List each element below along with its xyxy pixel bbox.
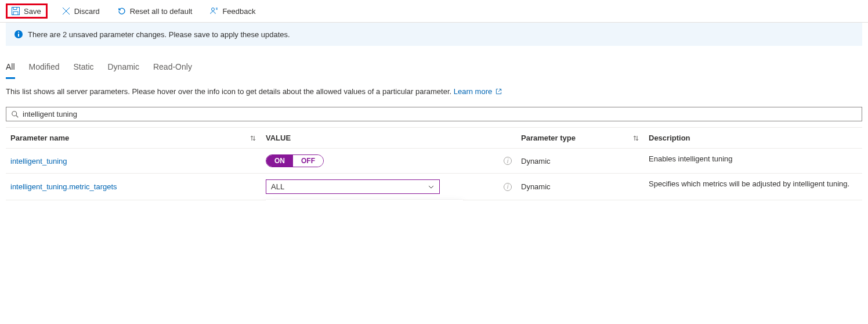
filter-tabs: All Modified Static Dynamic Read-Only	[0, 59, 868, 79]
table-row: intelligent_tuning ON OFF i Dynamic Enab…	[6, 149, 862, 174]
info-icon	[14, 30, 23, 39]
col-header-value: VALUE	[261, 128, 516, 148]
save-label: Save	[24, 7, 41, 16]
close-icon	[62, 6, 71, 16]
sort-icon	[632, 135, 639, 142]
learn-more-link[interactable]: Learn more	[454, 87, 502, 96]
description-text: This list shows all server parameters. P…	[6, 87, 454, 96]
save-button[interactable]: Save	[6, 3, 48, 19]
feedback-button[interactable]: Feedback	[206, 4, 259, 18]
tab-modified[interactable]: Modified	[29, 59, 60, 79]
param-type: Dynamic	[516, 149, 644, 173]
table-row: intelligent_tuning.metric_targets ALL i …	[6, 174, 862, 200]
description-line: This list shows all server parameters. P…	[0, 79, 868, 107]
toggle-on: ON	[266, 155, 293, 167]
param-desc: Specifies which metrics will be adjusted…	[644, 174, 862, 200]
info-icon[interactable]: i	[504, 183, 512, 191]
dropdown-select[interactable]: ALL	[266, 179, 440, 194]
reset-button[interactable]: Reset all to default	[114, 4, 196, 18]
sort-icon	[249, 135, 256, 142]
svg-point-7	[18, 32, 19, 33]
param-type: Dynamic	[516, 174, 644, 200]
tab-static[interactable]: Static	[73, 59, 93, 79]
feedback-label: Feedback	[222, 7, 255, 16]
search-icon	[11, 110, 19, 118]
svg-line-9	[16, 115, 19, 117]
svg-point-8	[12, 111, 17, 116]
reset-icon	[117, 6, 126, 16]
param-link[interactable]: intelligent_tuning	[10, 157, 67, 165]
save-icon	[11, 6, 20, 16]
dropdown-menu: STORAGE-BGWRITER_DELAY STORAGE-CHECKPOIN…	[266, 200, 463, 200]
info-icon[interactable]: i	[504, 157, 512, 165]
table-header: Parameter name VALUE Parameter type Desc…	[6, 127, 862, 149]
search-input[interactable]	[23, 110, 857, 118]
tab-dynamic[interactable]: Dynamic	[108, 59, 139, 79]
chevron-down-icon	[428, 183, 435, 190]
svg-rect-0	[12, 8, 20, 15]
toggle-switch[interactable]: ON OFF	[266, 154, 324, 167]
external-link-icon	[496, 88, 502, 96]
banner-text: There are 2 unsaved parameter changes. P…	[28, 30, 290, 39]
search-box[interactable]	[6, 107, 862, 121]
svg-point-4	[212, 8, 215, 11]
svg-rect-6	[18, 34, 19, 37]
feedback-icon	[209, 6, 219, 16]
toggle-off: OFF	[293, 155, 323, 167]
parameters-table: Parameter name VALUE Parameter type Desc…	[6, 127, 862, 200]
toolbar: Save Discard Reset all to default Feedba…	[0, 0, 868, 23]
svg-rect-1	[13, 12, 18, 15]
tab-all[interactable]: All	[6, 59, 15, 79]
discard-label: Discard	[74, 7, 100, 16]
col-header-type[interactable]: Parameter type	[516, 128, 644, 148]
tab-readonly[interactable]: Read-Only	[153, 59, 192, 79]
discard-button[interactable]: Discard	[58, 4, 103, 18]
param-link[interactable]: intelligent_tuning.metric_targets	[10, 182, 117, 191]
info-banner: There are 2 unsaved parameter changes. P…	[6, 23, 862, 46]
reset-label: Reset all to default	[130, 7, 193, 16]
col-header-desc: Description	[644, 128, 862, 148]
param-desc: Enables intelligent tuning	[644, 149, 862, 173]
col-header-name[interactable]: Parameter name	[6, 128, 261, 148]
